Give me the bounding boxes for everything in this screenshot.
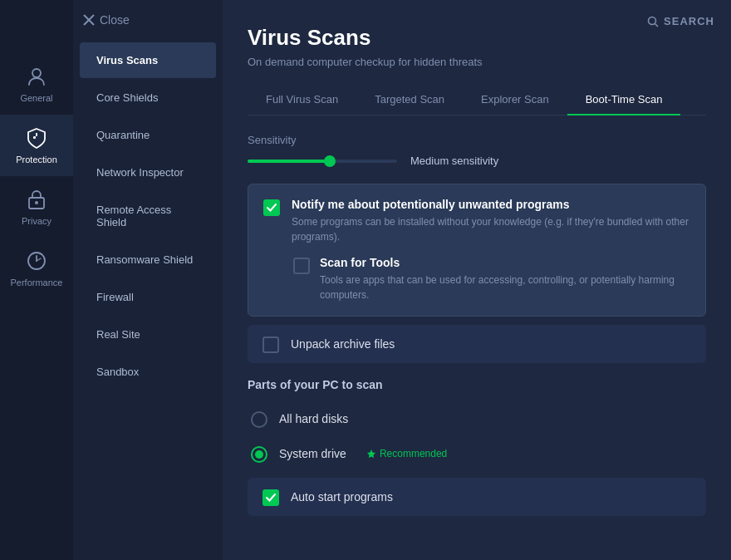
tab-full-virus-scan[interactable]: Full Virus Scan bbox=[248, 85, 356, 115]
scan-for-tools-desc: Tools are apps that can be used for acce… bbox=[320, 273, 690, 302]
notify-pup-title: Notify me about potentionally unwanted p… bbox=[292, 198, 690, 211]
tab-targeted-scan[interactable]: Targeted Scan bbox=[356, 85, 463, 115]
nav-item-quarantine[interactable]: Quarantine bbox=[80, 117, 216, 153]
system-drive-item: System drive Recommended bbox=[251, 436, 706, 471]
recommended-label: Recommended bbox=[380, 448, 447, 459]
nav-item-remote-access-shield[interactable]: Remote Access Shield bbox=[80, 192, 216, 240]
notify-pup-card: Notify me about potentionally unwanted p… bbox=[248, 184, 706, 317]
unpack-archive-row: Unpack archive files bbox=[248, 325, 706, 363]
sidebar-item-privacy-label: Privacy bbox=[22, 216, 52, 226]
system-drive-label: System drive bbox=[279, 447, 346, 460]
svg-point-6 bbox=[35, 201, 38, 204]
notify-pup-checkbox[interactable] bbox=[263, 199, 280, 216]
search-button[interactable]: SEARCH bbox=[647, 15, 714, 27]
tab-explorer-scan[interactable]: Explorer Scan bbox=[463, 85, 567, 115]
page-subtitle: On demand computer checkup for hidden th… bbox=[248, 56, 706, 68]
nav-item-real-site[interactable]: Real Site bbox=[80, 317, 216, 352]
general-icon bbox=[25, 65, 48, 88]
scan-for-tools-row: Scan for Tools Tools are apps that can b… bbox=[293, 256, 690, 302]
close-button[interactable]: Close bbox=[83, 13, 130, 27]
checkmark-icon bbox=[267, 204, 277, 212]
nav-item-firewall[interactable]: Firewall bbox=[80, 279, 216, 315]
privacy-icon bbox=[25, 188, 48, 211]
sidebar-icons: General Protection Privacy Performance bbox=[0, 0, 73, 560]
close-icon bbox=[83, 14, 95, 26]
search-label: SEARCH bbox=[664, 15, 714, 27]
tabs: Full Virus Scan Targeted Scan Explorer S… bbox=[248, 85, 706, 115]
slider-track[interactable] bbox=[248, 160, 397, 163]
svg-marker-10 bbox=[367, 449, 375, 458]
svg-point-2 bbox=[32, 69, 41, 77]
page-title: Virus Scans bbox=[248, 25, 706, 51]
tab-boot-time-scan[interactable]: Boot-Time Scan bbox=[567, 85, 681, 115]
sensitivity-label: Sensitivity bbox=[248, 134, 706, 146]
recommended-badge: Recommended bbox=[366, 448, 447, 459]
parts-section-title: Parts of your PC to scan bbox=[248, 378, 706, 391]
all-hard-disks-item: All hard disks bbox=[251, 401, 706, 436]
notify-pup-row: Notify me about potentionally unwanted p… bbox=[263, 198, 690, 244]
notify-pup-desc: Some programs can be installed without y… bbox=[292, 214, 690, 244]
unpack-archive-label: Unpack archive files bbox=[291, 337, 395, 351]
nav-item-virus-scans[interactable]: Virus Scans bbox=[80, 42, 216, 78]
sidebar-item-performance[interactable]: Performance bbox=[0, 238, 73, 299]
nav-item-sandbox[interactable]: Sandbox bbox=[80, 354, 216, 390]
main-content: SEARCH Virus Scans On demand computer ch… bbox=[223, 0, 731, 560]
scan-for-tools-text: Scan for Tools Tools are apps that can b… bbox=[320, 256, 690, 302]
slider-thumb[interactable] bbox=[324, 155, 336, 167]
sidebar-item-general[interactable]: General bbox=[0, 42, 73, 115]
all-hard-disks-radio[interactable] bbox=[251, 411, 267, 428]
search-icon bbox=[647, 16, 659, 27]
star-icon bbox=[366, 449, 376, 459]
parts-section: Parts of your PC to scan All hard disks … bbox=[248, 378, 706, 471]
scan-for-tools-checkbox[interactable] bbox=[293, 258, 310, 274]
sidebar-item-protection-label: Protection bbox=[16, 155, 57, 165]
auto-start-label: Auto start programs bbox=[291, 490, 393, 504]
sidebar-item-protection[interactable]: Protection bbox=[0, 115, 73, 176]
close-label: Close bbox=[100, 13, 130, 27]
notify-pup-text: Notify me about potentionally unwanted p… bbox=[292, 198, 690, 244]
system-drive-radio[interactable] bbox=[251, 446, 267, 463]
slider-row: Medium sensitivity bbox=[248, 155, 706, 167]
auto-start-checkbox[interactable] bbox=[262, 489, 279, 506]
nav-item-core-shields[interactable]: Core Shields bbox=[80, 80, 216, 115]
sidebar-item-privacy[interactable]: Privacy bbox=[0, 176, 73, 238]
sensitivity-section: Sensitivity Medium sensitivity bbox=[248, 134, 706, 167]
sidebar-item-general-label: General bbox=[20, 93, 52, 103]
scan-for-tools-title: Scan for Tools bbox=[320, 256, 690, 269]
svg-rect-3 bbox=[33, 136, 36, 139]
sidebar-item-performance-label: Performance bbox=[11, 278, 63, 287]
nav-item-ransomware-shield[interactable]: Ransomware Shield bbox=[80, 242, 216, 278]
svg-line-9 bbox=[655, 23, 659, 27]
sensitivity-value: Medium sensitivity bbox=[410, 155, 498, 167]
performance-icon bbox=[25, 249, 48, 273]
protection-icon bbox=[25, 126, 48, 150]
all-hard-disks-label: All hard disks bbox=[279, 412, 348, 425]
auto-start-row: Auto start programs bbox=[248, 478, 706, 516]
checkmark-icon-2 bbox=[266, 494, 276, 502]
unpack-archive-checkbox[interactable] bbox=[262, 336, 279, 353]
nav-panel: Virus Scans Core Shields Quarantine Netw… bbox=[73, 0, 223, 560]
slider-fill bbox=[248, 160, 330, 163]
nav-item-network-inspector[interactable]: Network Inspector bbox=[80, 155, 216, 190]
svg-point-8 bbox=[649, 17, 656, 24]
